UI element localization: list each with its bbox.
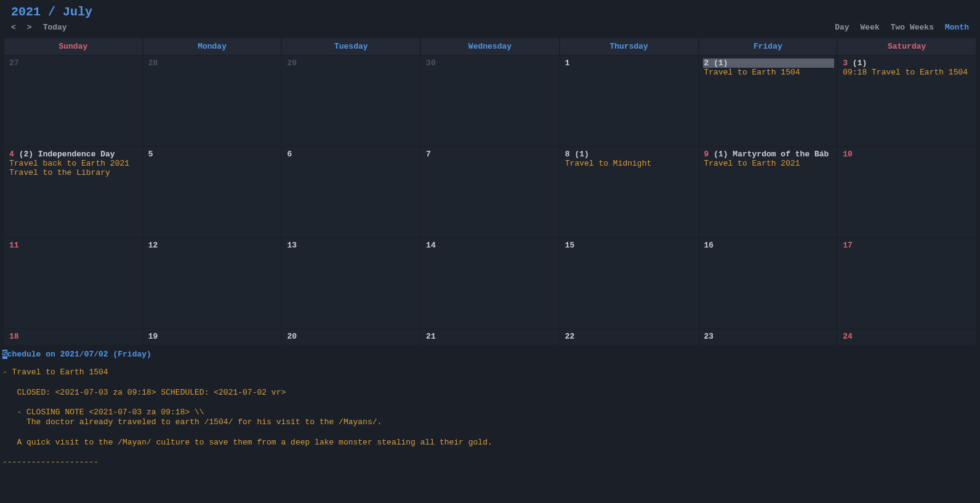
event-count: (1) (574, 150, 588, 159)
day-cell[interactable]: 28 (143, 56, 281, 146)
col-saturday: Saturday (838, 38, 976, 55)
day-number: 4 (9, 150, 14, 159)
day-number: 29 (287, 58, 297, 68)
day-number: 18 (9, 332, 19, 341)
day-number: 1 (565, 58, 570, 68)
event[interactable]: Travel back to Earth 2021 (9, 159, 139, 168)
day-number: 14 (426, 241, 436, 250)
day-number: 21 (426, 332, 436, 341)
event-count: (1) (853, 58, 867, 68)
day-number: 23 (704, 332, 714, 341)
col-wednesday: Wednesday (421, 38, 559, 55)
day-cell[interactable]: 17 (838, 238, 976, 328)
day-cell[interactable]: 20 (282, 329, 420, 345)
day-cell[interactable]: 1 (560, 56, 698, 146)
day-cell[interactable]: 27 (4, 56, 142, 146)
day-cell[interactable]: 24 (838, 329, 976, 345)
day-cell[interactable]: 7 (421, 147, 559, 237)
day-number: 6 (287, 150, 292, 159)
event[interactable]: 09:18 Travel to Earth 1504 (843, 68, 972, 77)
day-cell[interactable]: 21 (421, 329, 559, 345)
holiday-label: Martyrdom of the Báb (733, 150, 829, 159)
day-number: 27 (9, 58, 19, 68)
day-cell[interactable]: 9 (1) Martyrdom of the Báb Travel to Ear… (699, 147, 837, 237)
today-button[interactable]: Today (43, 23, 67, 32)
day-cell[interactable]: 13 (282, 238, 420, 328)
day-number: 15 (565, 241, 575, 250)
view-month[interactable]: Month (945, 23, 969, 32)
week-row: 18 19 20 21 22 23 24 (4, 329, 976, 345)
col-monday: Monday (143, 38, 281, 55)
day-cell[interactable]: 8 (1) Travel to Midnight (560, 147, 698, 237)
prev-button[interactable]: < (11, 23, 16, 32)
day-cell[interactable]: 12 (143, 238, 281, 328)
week-row: 4 (2) Independence Day Travel back to Ea… (4, 147, 976, 237)
day-cell[interactable]: 5 (143, 147, 281, 237)
day-number: 12 (148, 241, 158, 250)
day-cell[interactable]: 11 (4, 238, 142, 328)
view-week[interactable]: Week (861, 23, 880, 32)
day-cell[interactable]: 15 (560, 238, 698, 328)
event-count: (2) (19, 150, 33, 159)
day-cell-selected[interactable]: 2 (1) Travel to Earth 1504 (699, 56, 837, 146)
selected-day-head: 2 (1) (703, 58, 835, 68)
day-number: 22 (565, 332, 575, 341)
schedule-body: - Travel to Earth 1504 CLOSED: <2021-07-… (2, 359, 978, 468)
calendar-grid: Sunday Monday Tuesday Wednesday Thursday… (3, 37, 977, 346)
calendar-title: 2021 / July (0, 0, 980, 22)
week-row: 27 28 29 30 1 2 (1) Travel to Earth 1504 (4, 56, 976, 146)
day-cell[interactable]: 29 (282, 56, 420, 146)
day-cell[interactable]: 23 (699, 329, 837, 345)
view-switcher: Day Week Two Weeks Month (835, 23, 969, 32)
schedule-title-text: chedule on 2021/07/02 (Friday) (7, 350, 151, 359)
day-number: 2 (704, 58, 709, 68)
day-number: 11 (9, 241, 19, 250)
day-number: 13 (287, 241, 297, 250)
event[interactable]: Travel to Earth 2021 (704, 159, 833, 168)
day-cell[interactable]: 18 (4, 329, 142, 345)
col-sunday: Sunday (4, 38, 142, 55)
day-number: 3 (843, 58, 848, 68)
day-cell[interactable]: 16 (699, 238, 837, 328)
day-cell[interactable]: 3 (1) 09:18 Travel to Earth 1504 (838, 56, 976, 146)
day-number: 19 (148, 332, 158, 341)
view-day[interactable]: Day (835, 23, 849, 32)
col-thursday: Thursday (560, 38, 698, 55)
day-cell[interactable]: 14 (421, 238, 559, 328)
next-button[interactable]: > (27, 23, 32, 32)
day-number: 9 (704, 150, 709, 159)
view-two-weeks[interactable]: Two Weeks (891, 23, 934, 32)
day-number: 17 (843, 241, 853, 250)
nav-row: < > Today Day Week Two Weeks Month (0, 22, 980, 37)
day-number: 30 (426, 58, 436, 68)
holiday-label: Independence Day (38, 150, 115, 159)
day-cell[interactable]: 22 (560, 329, 698, 345)
event-count: (1) (713, 58, 728, 68)
schedule-panel: Schedule on 2021/07/02 (Friday) - Travel… (0, 346, 980, 468)
text-cursor: S (2, 350, 7, 359)
day-cell[interactable]: 19 (143, 329, 281, 345)
day-number: 28 (148, 58, 158, 68)
col-friday: Friday (699, 38, 837, 55)
schedule-title: Schedule on 2021/07/02 (Friday) (2, 350, 978, 359)
event[interactable]: Travel to Earth 1504 (704, 68, 833, 77)
day-number: 10 (843, 150, 853, 159)
event[interactable]: Travel to the Library (9, 168, 139, 177)
day-cell[interactable]: 10 (838, 147, 976, 237)
nav-left: < > Today (11, 23, 67, 32)
event-count: (1) (713, 150, 728, 159)
day-cell[interactable]: 6 (282, 147, 420, 237)
day-number: 7 (426, 150, 431, 159)
day-number: 20 (287, 332, 297, 341)
day-number: 8 (565, 150, 570, 159)
event[interactable]: Travel to Midnight (565, 159, 694, 168)
col-tuesday: Tuesday (282, 38, 420, 55)
day-number: 24 (843, 332, 853, 341)
week-row: 11 12 13 14 15 16 17 (4, 238, 976, 328)
day-number: 16 (704, 241, 714, 250)
day-number: 5 (148, 150, 153, 159)
day-cell[interactable]: 30 (421, 56, 559, 146)
day-cell[interactable]: 4 (2) Independence Day Travel back to Ea… (4, 147, 142, 237)
